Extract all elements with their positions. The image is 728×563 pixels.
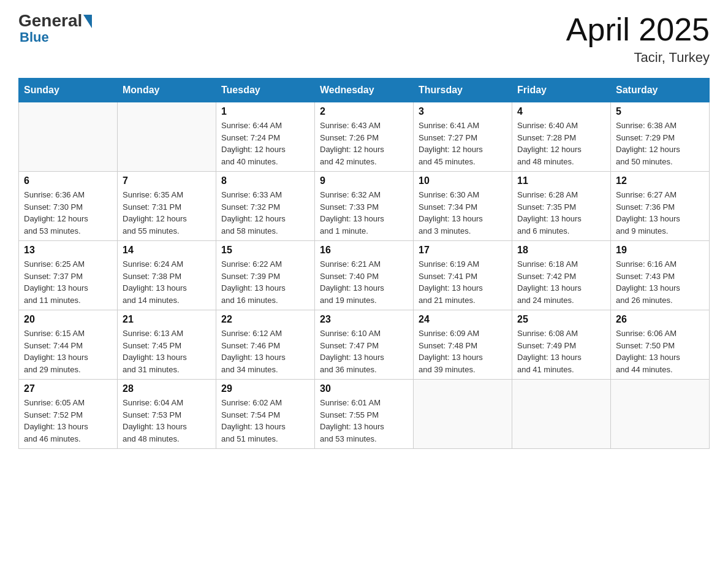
calendar-cell	[19, 102, 118, 172]
day-info: Sunrise: 6:04 AM Sunset: 7:53 PM Dayligh…	[123, 397, 211, 445]
day-info: Sunrise: 6:30 AM Sunset: 7:34 PM Dayligh…	[419, 189, 507, 237]
day-info: Sunrise: 6:44 AM Sunset: 7:24 PM Dayligh…	[221, 120, 309, 167]
day-info: Sunrise: 6:19 AM Sunset: 7:41 PM Dayligh…	[419, 258, 507, 306]
calendar-cell: 25Sunrise: 6:08 AM Sunset: 7:49 PM Dayli…	[512, 310, 611, 380]
day-number: 1	[221, 106, 309, 117]
calendar-week-row: 20Sunrise: 6:15 AM Sunset: 7:44 PM Dayli…	[19, 310, 710, 380]
day-info: Sunrise: 6:10 AM Sunset: 7:47 PM Dayligh…	[320, 327, 408, 375]
calendar-cell: 28Sunrise: 6:04 AM Sunset: 7:53 PM Dayli…	[118, 380, 216, 449]
logo-general-text: General	[18, 12, 82, 29]
calendar-cell: 9Sunrise: 6:32 AM Sunset: 7:33 PM Daylig…	[315, 172, 414, 241]
calendar-cell: 6Sunrise: 6:36 AM Sunset: 7:30 PM Daylig…	[19, 172, 118, 241]
logo-arrow-icon	[83, 15, 92, 28]
calendar-cell: 30Sunrise: 6:01 AM Sunset: 7:55 PM Dayli…	[315, 380, 414, 449]
weekday-header-thursday: Thursday	[414, 79, 512, 102]
day-number: 16	[320, 245, 408, 256]
weekday-header-friday: Friday	[512, 79, 611, 102]
day-number: 26	[616, 314, 704, 325]
calendar-cell: 21Sunrise: 6:13 AM Sunset: 7:45 PM Dayli…	[118, 310, 216, 380]
calendar-cell: 24Sunrise: 6:09 AM Sunset: 7:48 PM Dayli…	[414, 310, 512, 380]
day-info: Sunrise: 6:25 AM Sunset: 7:37 PM Dayligh…	[24, 258, 112, 306]
day-number: 15	[221, 245, 309, 256]
day-number: 22	[221, 314, 309, 325]
calendar-cell: 3Sunrise: 6:41 AM Sunset: 7:27 PM Daylig…	[414, 102, 512, 172]
day-info: Sunrise: 6:27 AM Sunset: 7:36 PM Dayligh…	[616, 189, 704, 237]
calendar-cell: 4Sunrise: 6:40 AM Sunset: 7:28 PM Daylig…	[512, 102, 611, 172]
day-number: 5	[616, 106, 704, 117]
day-number: 28	[123, 383, 211, 394]
calendar-cell: 15Sunrise: 6:22 AM Sunset: 7:39 PM Dayli…	[216, 241, 315, 310]
calendar-cell: 13Sunrise: 6:25 AM Sunset: 7:37 PM Dayli…	[19, 241, 118, 310]
calendar-cell: 20Sunrise: 6:15 AM Sunset: 7:44 PM Dayli…	[19, 310, 118, 380]
day-info: Sunrise: 6:09 AM Sunset: 7:48 PM Dayligh…	[419, 327, 507, 375]
calendar-week-row: 27Sunrise: 6:05 AM Sunset: 7:52 PM Dayli…	[19, 380, 710, 449]
calendar-cell: 26Sunrise: 6:06 AM Sunset: 7:50 PM Dayli…	[611, 310, 710, 380]
calendar-week-row: 6Sunrise: 6:36 AM Sunset: 7:30 PM Daylig…	[19, 172, 710, 241]
day-info: Sunrise: 6:15 AM Sunset: 7:44 PM Dayligh…	[24, 327, 112, 375]
day-number: 24	[419, 314, 507, 325]
calendar-cell: 18Sunrise: 6:18 AM Sunset: 7:42 PM Dayli…	[512, 241, 611, 310]
day-number: 3	[419, 106, 507, 117]
weekday-header-sunday: Sunday	[19, 79, 118, 102]
day-number: 27	[24, 383, 112, 394]
calendar-cell: 7Sunrise: 6:35 AM Sunset: 7:31 PM Daylig…	[118, 172, 216, 241]
day-info: Sunrise: 6:12 AM Sunset: 7:46 PM Dayligh…	[221, 327, 309, 375]
calendar-cell: 17Sunrise: 6:19 AM Sunset: 7:41 PM Dayli…	[414, 241, 512, 310]
day-info: Sunrise: 6:05 AM Sunset: 7:52 PM Dayligh…	[24, 397, 112, 445]
weekday-header-row: SundayMondayTuesdayWednesdayThursdayFrid…	[19, 79, 710, 102]
calendar-cell: 12Sunrise: 6:27 AM Sunset: 7:36 PM Dayli…	[611, 172, 710, 241]
calendar-subtitle: Tacir, Turkey	[566, 50, 710, 66]
calendar-cell: 8Sunrise: 6:33 AM Sunset: 7:32 PM Daylig…	[216, 172, 315, 241]
day-info: Sunrise: 6:38 AM Sunset: 7:29 PM Dayligh…	[616, 120, 704, 167]
day-info: Sunrise: 6:06 AM Sunset: 7:50 PM Dayligh…	[616, 327, 704, 375]
weekday-header-wednesday: Wednesday	[315, 79, 414, 102]
day-info: Sunrise: 6:21 AM Sunset: 7:40 PM Dayligh…	[320, 258, 408, 306]
day-number: 23	[320, 314, 408, 325]
day-number: 21	[123, 314, 211, 325]
day-number: 30	[320, 383, 408, 394]
day-info: Sunrise: 6:43 AM Sunset: 7:26 PM Dayligh…	[320, 120, 408, 167]
calendar-cell: 27Sunrise: 6:05 AM Sunset: 7:52 PM Dayli…	[19, 380, 118, 449]
day-number: 29	[221, 383, 309, 394]
day-info: Sunrise: 6:32 AM Sunset: 7:33 PM Dayligh…	[320, 189, 408, 237]
day-info: Sunrise: 6:01 AM Sunset: 7:55 PM Dayligh…	[320, 397, 408, 445]
calendar-cell	[118, 102, 216, 172]
calendar-table: SundayMondayTuesdayWednesdayThursdayFrid…	[18, 78, 710, 449]
calendar-cell	[414, 380, 512, 449]
day-number: 11	[517, 175, 605, 186]
day-number: 14	[123, 245, 211, 256]
weekday-header-tuesday: Tuesday	[216, 79, 315, 102]
calendar-cell: 22Sunrise: 6:12 AM Sunset: 7:46 PM Dayli…	[216, 310, 315, 380]
logo-blue-text: Blue	[20, 29, 49, 45]
day-number: 13	[24, 245, 112, 256]
calendar-cell: 29Sunrise: 6:02 AM Sunset: 7:54 PM Dayli…	[216, 380, 315, 449]
day-number: 2	[320, 106, 408, 117]
day-info: Sunrise: 6:33 AM Sunset: 7:32 PM Dayligh…	[221, 189, 309, 237]
day-info: Sunrise: 6:35 AM Sunset: 7:31 PM Dayligh…	[123, 189, 211, 237]
day-info: Sunrise: 6:22 AM Sunset: 7:39 PM Dayligh…	[221, 258, 309, 306]
calendar-cell	[611, 380, 710, 449]
calendar-cell: 1Sunrise: 6:44 AM Sunset: 7:24 PM Daylig…	[216, 102, 315, 172]
calendar-cell: 16Sunrise: 6:21 AM Sunset: 7:40 PM Dayli…	[315, 241, 414, 310]
calendar-cell: 11Sunrise: 6:28 AM Sunset: 7:35 PM Dayli…	[512, 172, 611, 241]
calendar-cell: 23Sunrise: 6:10 AM Sunset: 7:47 PM Dayli…	[315, 310, 414, 380]
calendar-week-row: 1Sunrise: 6:44 AM Sunset: 7:24 PM Daylig…	[19, 102, 710, 172]
day-number: 17	[419, 245, 507, 256]
calendar-title: April 2025	[566, 12, 710, 47]
day-number: 18	[517, 245, 605, 256]
day-info: Sunrise: 6:36 AM Sunset: 7:30 PM Dayligh…	[24, 189, 112, 237]
day-info: Sunrise: 6:18 AM Sunset: 7:42 PM Dayligh…	[517, 258, 605, 306]
day-number: 4	[517, 106, 605, 117]
day-info: Sunrise: 6:16 AM Sunset: 7:43 PM Dayligh…	[616, 258, 704, 306]
day-number: 19	[616, 245, 704, 256]
day-number: 8	[221, 175, 309, 186]
day-number: 9	[320, 175, 408, 186]
logo: General Blue	[18, 12, 92, 45]
calendar-cell: 14Sunrise: 6:24 AM Sunset: 7:38 PM Dayli…	[118, 241, 216, 310]
calendar-cell: 19Sunrise: 6:16 AM Sunset: 7:43 PM Dayli…	[611, 241, 710, 310]
weekday-header-saturday: Saturday	[611, 79, 710, 102]
day-number: 20	[24, 314, 112, 325]
day-info: Sunrise: 6:28 AM Sunset: 7:35 PM Dayligh…	[517, 189, 605, 237]
day-number: 10	[419, 175, 507, 186]
day-info: Sunrise: 6:02 AM Sunset: 7:54 PM Dayligh…	[221, 397, 309, 445]
